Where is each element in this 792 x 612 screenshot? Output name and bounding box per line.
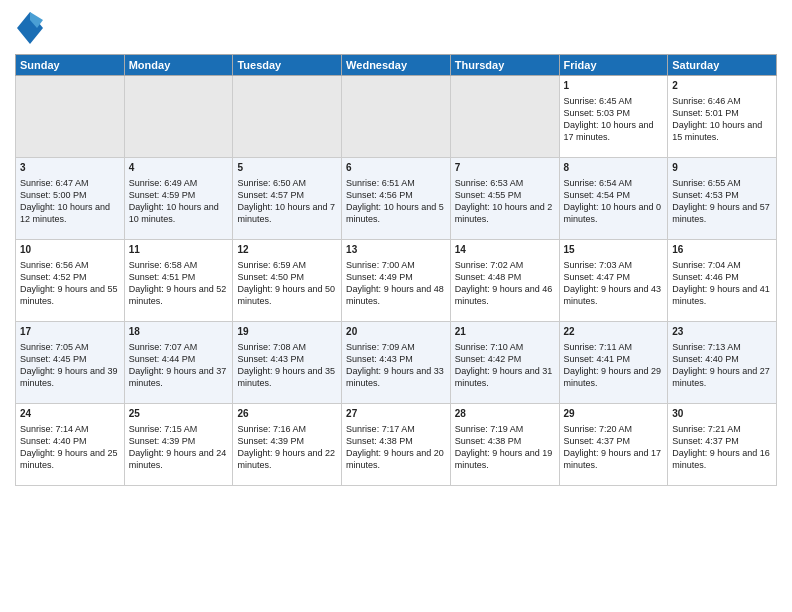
day-info-line: Sunrise: 6:56 AM [20,259,120,271]
day-info-line: Sunset: 4:40 PM [672,353,772,365]
day-info-line: Sunrise: 7:07 AM [129,341,229,353]
calendar-cell: 26Sunrise: 7:16 AMSunset: 4:39 PMDayligh… [233,404,342,486]
day-info-line: Sunrise: 6:51 AM [346,177,446,189]
calendar-cell [233,76,342,158]
day-info-line: Sunrise: 6:55 AM [672,177,772,189]
day-info-line: Daylight: 9 hours and 57 minutes. [672,201,772,225]
col-thursday: Thursday [450,55,559,76]
day-info-line: Sunset: 4:49 PM [346,271,446,283]
day-info-line: Sunset: 4:54 PM [564,189,664,201]
day-info-line: Sunset: 4:50 PM [237,271,337,283]
day-info-line: Sunset: 4:37 PM [672,435,772,447]
day-info-line: Sunrise: 7:16 AM [237,423,337,435]
calendar-cell: 19Sunrise: 7:08 AMSunset: 4:43 PMDayligh… [233,322,342,404]
day-number: 25 [129,407,229,421]
day-info-line: Sunset: 4:42 PM [455,353,555,365]
calendar-cell: 25Sunrise: 7:15 AMSunset: 4:39 PMDayligh… [124,404,233,486]
calendar-cell [450,76,559,158]
logo [15,10,49,46]
day-info-line: Sunrise: 6:54 AM [564,177,664,189]
day-info-line: Sunrise: 6:50 AM [237,177,337,189]
day-number: 23 [672,325,772,339]
day-info-line: Daylight: 10 hours and 10 minutes. [129,201,229,225]
day-info-line: Daylight: 9 hours and 43 minutes. [564,283,664,307]
calendar-cell: 1Sunrise: 6:45 AMSunset: 5:03 PMDaylight… [559,76,668,158]
day-number: 20 [346,325,446,339]
day-info-line: Sunset: 4:48 PM [455,271,555,283]
week-row-1: 1Sunrise: 6:45 AMSunset: 5:03 PMDaylight… [16,76,777,158]
day-info-line: Sunset: 4:57 PM [237,189,337,201]
day-number: 9 [672,161,772,175]
day-info-line: Sunrise: 7:19 AM [455,423,555,435]
day-number: 19 [237,325,337,339]
day-info-line: Sunrise: 7:02 AM [455,259,555,271]
day-info-line: Sunrise: 7:17 AM [346,423,446,435]
day-number: 15 [564,243,664,257]
day-info-line: Sunrise: 6:49 AM [129,177,229,189]
calendar-cell: 22Sunrise: 7:11 AMSunset: 4:41 PMDayligh… [559,322,668,404]
day-info-line: Daylight: 10 hours and 17 minutes. [564,119,664,143]
day-info-line: Daylight: 10 hours and 7 minutes. [237,201,337,225]
day-number: 12 [237,243,337,257]
day-number: 16 [672,243,772,257]
day-number: 4 [129,161,229,175]
calendar-cell [342,76,451,158]
col-sunday: Sunday [16,55,125,76]
day-info-line: Sunset: 4:45 PM [20,353,120,365]
day-info-line: Sunrise: 7:03 AM [564,259,664,271]
calendar-cell: 4Sunrise: 6:49 AMSunset: 4:59 PMDaylight… [124,158,233,240]
day-number: 2 [672,79,772,93]
header [15,10,777,46]
day-info-line: Sunset: 4:40 PM [20,435,120,447]
calendar-cell: 24Sunrise: 7:14 AMSunset: 4:40 PMDayligh… [16,404,125,486]
day-info-line: Sunrise: 6:58 AM [129,259,229,271]
calendar-cell: 30Sunrise: 7:21 AMSunset: 4:37 PMDayligh… [668,404,777,486]
day-info-line: Sunset: 5:00 PM [20,189,120,201]
page: Sunday Monday Tuesday Wednesday Thursday… [0,0,792,612]
day-info-line: Sunrise: 6:53 AM [455,177,555,189]
calendar-cell: 20Sunrise: 7:09 AMSunset: 4:43 PMDayligh… [342,322,451,404]
calendar-table: Sunday Monday Tuesday Wednesday Thursday… [15,54,777,486]
day-number: 11 [129,243,229,257]
calendar-cell: 13Sunrise: 7:00 AMSunset: 4:49 PMDayligh… [342,240,451,322]
day-info-line: Sunrise: 7:04 AM [672,259,772,271]
day-info-line: Daylight: 9 hours and 25 minutes. [20,447,120,471]
calendar-cell: 29Sunrise: 7:20 AMSunset: 4:37 PMDayligh… [559,404,668,486]
day-number: 8 [564,161,664,175]
day-number: 27 [346,407,446,421]
calendar-cell: 11Sunrise: 6:58 AMSunset: 4:51 PMDayligh… [124,240,233,322]
day-info-line: Daylight: 9 hours and 20 minutes. [346,447,446,471]
col-tuesday: Tuesday [233,55,342,76]
day-info-line: Sunset: 4:43 PM [346,353,446,365]
day-info-line: Daylight: 9 hours and 41 minutes. [672,283,772,307]
calendar-cell: 27Sunrise: 7:17 AMSunset: 4:38 PMDayligh… [342,404,451,486]
calendar-cell: 2Sunrise: 6:46 AMSunset: 5:01 PMDaylight… [668,76,777,158]
day-info-line: Daylight: 10 hours and 2 minutes. [455,201,555,225]
calendar-cell: 10Sunrise: 6:56 AMSunset: 4:52 PMDayligh… [16,240,125,322]
day-info-line: Daylight: 9 hours and 37 minutes. [129,365,229,389]
day-info-line: Sunrise: 7:15 AM [129,423,229,435]
day-number: 24 [20,407,120,421]
calendar-body: 1Sunrise: 6:45 AMSunset: 5:03 PMDaylight… [16,76,777,486]
day-number: 30 [672,407,772,421]
calendar-cell: 6Sunrise: 6:51 AMSunset: 4:56 PMDaylight… [342,158,451,240]
day-info-line: Daylight: 9 hours and 39 minutes. [20,365,120,389]
day-info-line: Sunset: 4:47 PM [564,271,664,283]
day-info-line: Sunset: 4:59 PM [129,189,229,201]
day-info-line: Sunset: 4:38 PM [346,435,446,447]
day-info-line: Sunrise: 7:13 AM [672,341,772,353]
day-info-line: Sunset: 4:56 PM [346,189,446,201]
day-info-line: Daylight: 9 hours and 33 minutes. [346,365,446,389]
day-info-line: Daylight: 10 hours and 15 minutes. [672,119,772,143]
day-info-line: Sunset: 4:38 PM [455,435,555,447]
day-info-line: Daylight: 9 hours and 35 minutes. [237,365,337,389]
day-number: 10 [20,243,120,257]
day-info-line: Sunset: 5:03 PM [564,107,664,119]
calendar-cell: 15Sunrise: 7:03 AMSunset: 4:47 PMDayligh… [559,240,668,322]
calendar-cell: 9Sunrise: 6:55 AMSunset: 4:53 PMDaylight… [668,158,777,240]
day-info-line: Daylight: 9 hours and 17 minutes. [564,447,664,471]
calendar-cell [16,76,125,158]
day-info-line: Daylight: 9 hours and 24 minutes. [129,447,229,471]
day-info-line: Sunset: 4:41 PM [564,353,664,365]
day-number: 7 [455,161,555,175]
